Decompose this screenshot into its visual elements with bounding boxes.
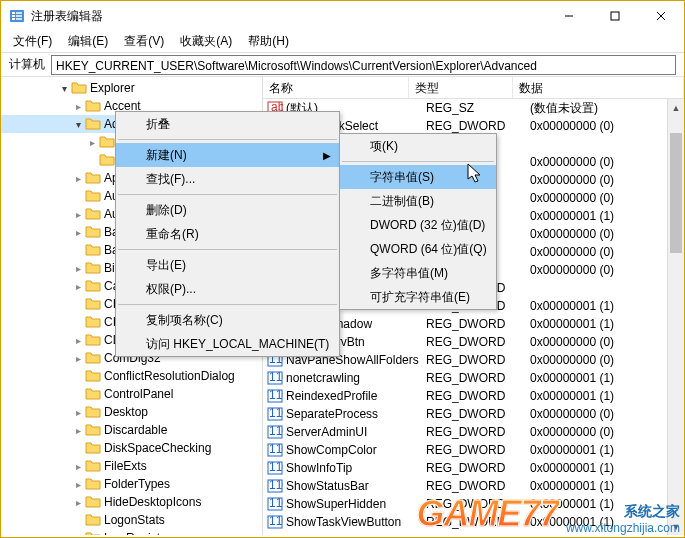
ctx-new-string[interactable]: 字符串值(S) [340, 165, 496, 189]
ctx-new-dword32[interactable]: DWORD (32 位)值(D) [340, 213, 496, 237]
value-type: REG_DWORD [426, 371, 530, 385]
value-data: 0x00000000 (0) [530, 263, 684, 277]
menu-favorites[interactable]: 收藏夹(A) [172, 31, 240, 52]
expand-toggle-icon[interactable] [71, 281, 85, 292]
tree-node-diskspacechecking[interactable]: DiskSpaceChecking [1, 439, 262, 457]
expand-toggle-icon[interactable] [71, 407, 85, 418]
ctx-new[interactable]: 新建(N)▶ [116, 143, 339, 167]
value-data: 0x00000001 (1) [530, 443, 684, 457]
tree-node-controlpanel[interactable]: ControlPanel [1, 385, 262, 403]
value-row[interactable]: 110ServerAdminUIREG_DWORD0x00000000 (0) [263, 423, 684, 441]
value-row[interactable]: 110SeparateProcessREG_DWORD0x00000000 (0… [263, 405, 684, 423]
ctx-permissions[interactable]: 权限(P)... [116, 277, 339, 301]
ctx-new-binary[interactable]: 二进制值(B) [340, 189, 496, 213]
tree-node-desktop[interactable]: Desktop [1, 403, 262, 421]
value-type: REG_DWORD [426, 335, 530, 349]
expand-toggle-icon[interactable] [71, 533, 85, 536]
value-data: 0x00000001 (1) [530, 317, 684, 331]
maximize-button[interactable] [592, 1, 638, 31]
ctx-jump-hklm[interactable]: 访问 HKEY_LOCAL_MACHINE(T) [116, 332, 339, 356]
expand-toggle-icon[interactable] [71, 101, 85, 112]
vertical-scrollbar[interactable]: ▲ ▼ [667, 99, 684, 535]
value-data: 0x00000000 (0) [530, 425, 684, 439]
value-data: 0x00000000 (0) [530, 155, 684, 169]
ctx-new-qword64[interactable]: QWORD (64 位)值(Q) [340, 237, 496, 261]
col-header-type[interactable]: 类型 [409, 77, 513, 98]
address-path-input[interactable]: HKEY_CURRENT_USER\Software\Microsoft\Win… [51, 55, 676, 75]
context-menu-key: 折叠 新建(N)▶ 查找(F)... 删除(D) 重命名(R) 导出(E) 权限… [115, 111, 340, 357]
expand-toggle-icon[interactable] [71, 173, 85, 184]
value-data: 0x00000001 (1) [530, 515, 684, 529]
ctx-rename[interactable]: 重命名(R) [116, 222, 339, 246]
svg-rect-6 [16, 18, 22, 20]
value-name: nonetcrawling [286, 371, 426, 385]
expand-toggle-icon[interactable] [71, 209, 85, 220]
menu-file[interactable]: 文件(F) [5, 31, 60, 52]
value-type: REG_DWORD [426, 353, 530, 367]
expand-toggle-icon[interactable] [71, 479, 85, 490]
value-type: REG_DWORD [426, 317, 530, 331]
expand-toggle-icon[interactable] [71, 119, 85, 130]
tree-node-hidedesktopicons[interactable]: HideDesktopIcons [1, 493, 262, 511]
ctx-collapse[interactable]: 折叠 [116, 112, 339, 136]
tree-node-fileexts[interactable]: FileExts [1, 457, 262, 475]
expand-toggle-icon[interactable] [71, 461, 85, 472]
submenu-arrow-icon: ▶ [323, 150, 331, 161]
address-label: 计算机 [9, 56, 45, 73]
value-row[interactable]: 110ShowInfoTipREG_DWORD0x00000001 (1) [263, 459, 684, 477]
tree-node-discardable[interactable]: Discardable [1, 421, 262, 439]
tree-node-explorer[interactable]: Explorer [1, 79, 262, 97]
expand-toggle-icon[interactable] [71, 353, 85, 364]
scroll-thumb[interactable] [670, 133, 682, 253]
value-row[interactable]: 110nonetcrawlingREG_DWORD0x00000001 (1) [263, 369, 684, 387]
ctx-new-multisz[interactable]: 多字符串值(M) [340, 261, 496, 285]
tree-node-logonstats[interactable]: LogonStats [1, 511, 262, 529]
expand-toggle-icon[interactable] [71, 425, 85, 436]
expand-toggle-icon[interactable] [71, 227, 85, 238]
values-header: 名称 类型 数据 [263, 77, 684, 99]
value-row[interactable]: 110ShowSuperHiddenREG_DWORD0x00000001 (1… [263, 495, 684, 513]
ctx-new-expandsz[interactable]: 可扩充字符串值(E) [340, 285, 496, 309]
expand-toggle-icon[interactable] [71, 335, 85, 346]
context-menu-new: 项(K) 字符串值(S) 二进制值(B) DWORD (32 位)值(D) QW… [339, 133, 497, 310]
expand-toggle-icon[interactable] [71, 263, 85, 274]
value-data: 0x00000000 (0) [530, 191, 684, 205]
value-data: 0x00000000 (0) [530, 353, 684, 367]
svg-rect-5 [16, 15, 22, 17]
value-row[interactable]: 110ShowCompColorREG_DWORD0x00000001 (1) [263, 441, 684, 459]
menu-help[interactable]: 帮助(H) [240, 31, 297, 52]
expand-toggle-icon[interactable] [71, 497, 85, 508]
value-data: 0x00000001 (1) [530, 479, 684, 493]
ctx-find[interactable]: 查找(F)... [116, 167, 339, 191]
scroll-up-button[interactable]: ▲ [668, 99, 684, 116]
value-row[interactable]: 110ShowStatusBarREG_DWORD0x00000001 (1) [263, 477, 684, 495]
tree-node-foldertypes[interactable]: FolderTypes [1, 475, 262, 493]
scroll-down-button[interactable]: ▼ [668, 518, 684, 535]
tree-node-lowregistry[interactable]: LowRegistry [1, 529, 262, 535]
ctx-delete[interactable]: 删除(D) [116, 198, 339, 222]
svg-text:110: 110 [269, 371, 283, 384]
ctx-separator [118, 194, 337, 195]
ctx-new-key[interactable]: 项(K) [340, 134, 496, 158]
value-type: REG_DWORD [426, 119, 530, 133]
expand-toggle-icon[interactable] [85, 137, 99, 148]
close-button[interactable] [638, 1, 684, 31]
value-row[interactable]: 110ReindexedProfileREG_DWORD0x00000001 (… [263, 387, 684, 405]
minimize-button[interactable] [546, 1, 592, 31]
value-type: REG_DWORD [426, 479, 530, 493]
value-row[interactable]: 110ShowTaskViewButtonREG_DWORD0x00000001… [263, 513, 684, 531]
menu-edit[interactable]: 编辑(E) [60, 31, 116, 52]
svg-rect-2 [12, 15, 15, 17]
svg-text:110: 110 [269, 407, 283, 420]
menu-view[interactable]: 查看(V) [116, 31, 172, 52]
expand-toggle-icon[interactable] [57, 83, 71, 94]
svg-rect-1 [12, 12, 15, 14]
value-data: 0x00000000 (0) [530, 407, 684, 421]
svg-text:110: 110 [269, 515, 283, 528]
col-header-data[interactable]: 数据 [513, 77, 684, 98]
ctx-export[interactable]: 导出(E) [116, 253, 339, 277]
value-type: REG_DWORD [426, 389, 530, 403]
col-header-name[interactable]: 名称 [263, 77, 409, 98]
ctx-copy-key-name[interactable]: 复制项名称(C) [116, 308, 339, 332]
tree-node-conflictresolutiondialog[interactable]: ConflictResolutionDialog [1, 367, 262, 385]
